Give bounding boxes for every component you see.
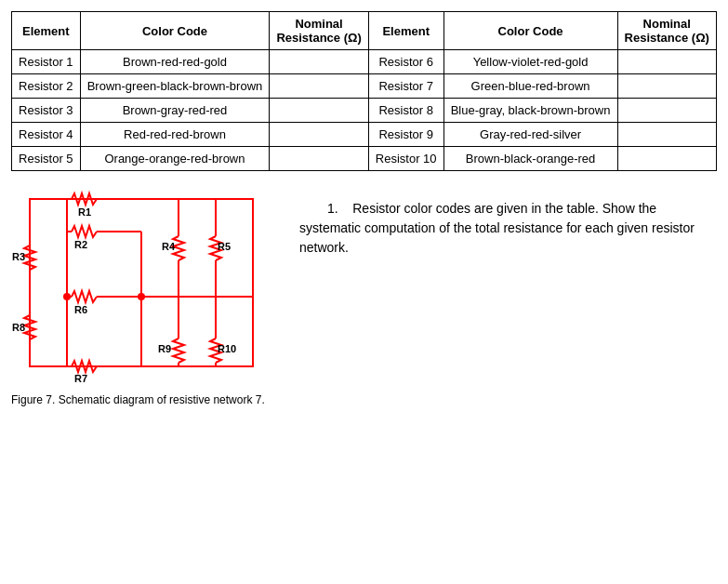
description-body: Resistor color codes are given in the ta…	[299, 201, 695, 255]
col-header-colorcode2: Color Code	[443, 12, 617, 50]
cell-color2: Gray-red-red-silver	[443, 123, 617, 147]
cell-nominal1	[270, 74, 368, 99]
table-row: Resistor 5 Orange-orange-red-brown Resis…	[12, 147, 717, 171]
svg-text:R7: R7	[74, 373, 87, 384]
circuit-diagram: R1 R3 R8 R2	[11, 190, 271, 385]
cell-element2: Resistor 9	[368, 123, 443, 147]
cell-nominal2	[617, 99, 716, 123]
svg-text:R10: R10	[218, 343, 236, 354]
col-header-element1: Element	[12, 12, 81, 50]
cell-color1: Red-red-red-brown	[80, 123, 270, 147]
table-row: Resistor 4 Red-red-red-brown Resistor 9 …	[12, 123, 717, 147]
cell-element2: Resistor 6	[368, 50, 443, 74]
cell-color1: Brown-red-red-gold	[80, 50, 270, 74]
cell-color1: Brown-green-black-brown-brown	[80, 74, 270, 99]
svg-text:R3: R3	[12, 251, 25, 262]
cell-element1: Resistor 2	[12, 74, 81, 99]
svg-text:R2: R2	[74, 239, 87, 250]
cell-nominal2	[617, 147, 716, 171]
cell-nominal2	[617, 50, 716, 74]
cell-color2: Yellow-violet-red-gold	[443, 50, 617, 74]
circuit-container: R1 R3 R8 R2	[11, 190, 281, 406]
description-section: 1. Resistor color codes are given in the…	[299, 190, 717, 258]
figure-caption: Figure 7. Schematic diagram of resistive…	[11, 393, 281, 406]
description-number: 1.	[327, 201, 338, 216]
svg-text:R5: R5	[218, 241, 231, 252]
resistance-table: Element Color Code NominalResistance (Ω)…	[11, 11, 717, 171]
cell-element1: Resistor 1	[12, 50, 81, 74]
cell-element2: Resistor 7	[368, 74, 443, 99]
cell-nominal1	[270, 50, 368, 74]
cell-color1: Orange-orange-red-brown	[80, 147, 270, 171]
description-text: 1. Resistor color codes are given in the…	[299, 199, 717, 258]
cell-color2: Brown-black-orange-red	[443, 147, 617, 171]
lower-section: R1 R3 R8 R2	[11, 190, 717, 406]
col-header-nominal1: NominalResistance (Ω)	[270, 12, 368, 50]
col-header-nominal2: NominalResistance (Ω)	[617, 12, 716, 50]
cell-element2: Resistor 10	[368, 147, 443, 171]
col-header-element2: Element	[368, 12, 443, 50]
cell-color2: Green-blue-red-brown	[443, 74, 617, 99]
cell-element1: Resistor 3	[12, 99, 81, 123]
svg-text:R9: R9	[158, 343, 171, 354]
cell-element2: Resistor 8	[368, 99, 443, 123]
cell-nominal2	[617, 123, 716, 147]
cell-nominal1	[270, 123, 368, 147]
cell-nominal1	[270, 99, 368, 123]
table-row: Resistor 3 Brown-gray-red-red Resistor 8…	[12, 99, 717, 123]
col-header-colorcode1: Color Code	[80, 12, 270, 50]
cell-nominal2	[617, 74, 716, 99]
svg-text:R6: R6	[74, 304, 87, 315]
cell-nominal1	[270, 147, 368, 171]
table-row: Resistor 1 Brown-red-red-gold Resistor 6…	[12, 50, 717, 74]
table-row: Resistor 2 Brown-green-black-brown-brown…	[12, 74, 717, 99]
cell-element1: Resistor 4	[12, 123, 81, 147]
svg-text:R4: R4	[162, 241, 176, 252]
cell-element1: Resistor 5	[12, 147, 81, 171]
cell-color2: Blue-gray, black-brown-brown	[443, 99, 617, 123]
svg-text:R1: R1	[78, 206, 91, 218]
cell-color1: Brown-gray-red-red	[80, 99, 270, 123]
svg-text:R8: R8	[12, 322, 25, 333]
